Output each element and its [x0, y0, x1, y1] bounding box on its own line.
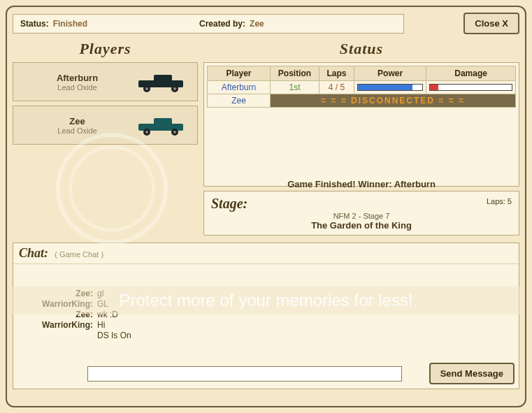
row-player: Afterburn [208, 81, 271, 94]
chat-message: DS Is On [97, 331, 512, 340]
chat-author: Zee: [20, 289, 97, 298]
stage-laps: Laps: 5 [487, 197, 512, 205]
col-power: Power [354, 66, 426, 81]
created-by-value: Zee [250, 19, 264, 29]
created-by-label: Created by: [199, 19, 245, 29]
col-laps: Laps [319, 66, 354, 81]
stage-box: Stage: Laps: 5 NFM 2 - Stage 7 The Garde… [203, 191, 519, 236]
game-panel: Status: Finished Created by: Zee Close X… [6, 6, 526, 407]
chat-line: Zee: wk :D [20, 310, 512, 319]
svg-rect-7 [154, 118, 172, 125]
table-row: Afterburn 1st 4 / 5 [208, 81, 516, 94]
svg-point-11 [173, 131, 176, 133]
chat-body: Zee: gl WarriorKing: GL Zee: wk :D Warri… [13, 264, 519, 358]
svg-rect-1 [154, 75, 172, 82]
car-icon [134, 114, 190, 136]
chat-input[interactable] [87, 366, 402, 382]
chat-message: GL [97, 299, 512, 309]
player-car: Lead Oxide [20, 83, 134, 92]
chat-section: Chat: ( Game Chat ) Zee: gl WarriorKing:… [13, 242, 519, 389]
chat-title: Chat: [19, 246, 48, 260]
svg-point-4 [145, 87, 148, 90]
stage-sub: NFM 2 - Stage 7 [211, 212, 512, 220]
player-name: Afterburn [20, 73, 134, 83]
chat-subtitle: ( Game Chat ) [55, 250, 103, 259]
send-message-button[interactable]: Send Message [429, 363, 515, 384]
svg-point-5 [173, 87, 176, 90]
player-card[interactable]: Afterburn Lead Oxide [13, 62, 198, 101]
stage-label: Stage: [211, 196, 247, 211]
chat-header: Chat: ( Game Chat ) [13, 243, 519, 264]
col-player: Player [208, 66, 271, 81]
status-value: Finished [53, 19, 87, 29]
chat-message: gl [97, 289, 512, 298]
row-player: Zee [208, 94, 271, 108]
table-row: Zee = = = DISCONNECTED = = = [208, 94, 516, 108]
players-column: Players Afterburn Lead Oxide Zee Lead Ox… [13, 40, 198, 236]
status-table: Player Position Laps Power Damage Afterb… [207, 66, 516, 108]
stage-name: The Garden of the King [211, 220, 512, 231]
col-position: Position [271, 66, 319, 81]
chat-line: Zee: gl [20, 289, 512, 298]
player-car: Lead Oxide [20, 126, 134, 135]
top-info: Status: Finished Created by: Zee [13, 14, 404, 34]
col-damage: Damage [426, 66, 516, 81]
status-header: Status [203, 40, 519, 58]
status-column: Status Player Position Laps Power Damage [203, 40, 519, 236]
chat-line: WarriorKing: Hi [20, 320, 512, 330]
row-position: 1st [289, 82, 300, 92]
status-label: Status: [20, 19, 49, 29]
chat-message: wk :D [97, 310, 512, 319]
players-header: Players [13, 40, 198, 58]
chat-message: Hi [97, 320, 512, 330]
chat-author: WarriorKing: [20, 320, 97, 330]
player-card[interactable]: Zee Lead Oxide [13, 106, 198, 145]
power-bar [357, 84, 423, 91]
disconnected-label: = = = DISCONNECTED = = = [271, 94, 516, 108]
chat-author: WarriorKing: [20, 299, 97, 309]
svg-point-10 [145, 131, 148, 133]
top-bar: Status: Finished Created by: Zee Close X [13, 13, 519, 34]
status-box: Player Position Laps Power Damage Afterb… [203, 62, 519, 187]
chat-line: DS Is On [20, 331, 512, 340]
chat-line: WarriorKing: GL [20, 299, 512, 309]
chat-author: Zee: [20, 310, 97, 319]
damage-bar [429, 84, 512, 91]
player-name: Zee [20, 116, 134, 126]
chat-author [20, 331, 97, 340]
row-laps: 4 / 5 [329, 82, 345, 92]
chat-input-row: Send Message [13, 358, 519, 389]
close-button[interactable]: Close X [463, 13, 519, 34]
car-icon [134, 71, 190, 93]
